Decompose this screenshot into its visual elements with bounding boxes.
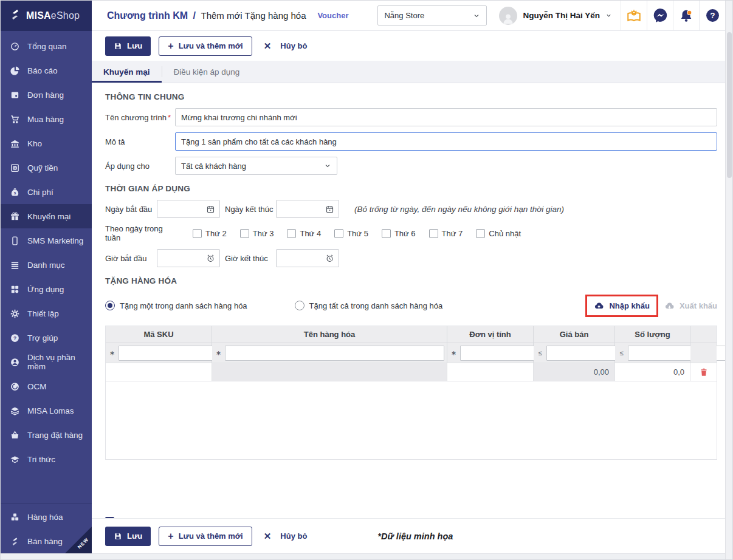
sidebar-item-sms-marketing[interactable]: SMS Marketing: [1, 228, 92, 253]
horizontal-scrollbar[interactable]: [1, 553, 725, 559]
cart-icon: [10, 114, 20, 125]
sidebar-item-bao-cao[interactable]: Báo cáo: [1, 58, 92, 83]
header-icons: ?: [621, 1, 725, 31]
checkbox[interactable]: [287, 229, 296, 238]
notifications-button[interactable]: [673, 1, 699, 31]
dashboard-icon: [10, 41, 20, 52]
weekday-checkbox-thu6[interactable]: Thứ 6: [382, 229, 416, 238]
end-time-input[interactable]: [276, 249, 339, 267]
description-input[interactable]: [175, 132, 717, 151]
weekday-checkbox-thu2[interactable]: Thứ 2: [193, 229, 227, 238]
checkbox[interactable]: [382, 229, 391, 238]
user-menu[interactable]: Nguyễn Thị Hải Yến: [499, 7, 612, 25]
cancel-button-bottom[interactable]: ✕ Hủy bỏ: [260, 527, 311, 546]
checkbox[interactable]: [240, 229, 249, 238]
filter-operator[interactable]: ≤: [618, 349, 625, 357]
sidebar-item-ung-dung[interactable]: Ứng dụng: [1, 277, 92, 301]
sidebar-item-mua-hang[interactable]: Mua hàng: [1, 107, 92, 131]
save-icon: [114, 532, 122, 541]
weekday-checkbox-thu7[interactable]: Thứ 7: [429, 229, 463, 238]
idea-book-button[interactable]: [621, 1, 647, 31]
cell-don-vi-tinh[interactable]: [447, 363, 534, 381]
cell-gia-ban[interactable]: 0,00: [534, 363, 615, 381]
scrollbar-thumb[interactable]: [727, 32, 732, 178]
sidebar-item-khuyen-mai[interactable]: Khuyến mại: [1, 204, 92, 228]
checkbox[interactable]: [334, 229, 343, 238]
cancel-button[interactable]: ✕ Hủy bỏ: [260, 36, 311, 56]
apply-to-select[interactable]: Tất cả khách hàng: [175, 157, 337, 175]
sidebar-item-tri-thuc[interactable]: Tri thức: [1, 447, 92, 471]
cell-ten-hang-hoa[interactable]: [212, 363, 447, 381]
radio-button[interactable]: [295, 301, 305, 310]
misa-s-icon: [10, 536, 20, 547]
save-and-new-button-bottom[interactable]: + Lưu và thêm mới: [159, 527, 252, 546]
sidebar-item-thiet-lap[interactable]: Thiết lập: [1, 301, 92, 326]
weekday-checkbox-thu3[interactable]: Thứ 3: [240, 229, 274, 238]
weekday-checkbox-thu4[interactable]: Thứ 4: [287, 229, 321, 238]
sidebar-item-tong-quan[interactable]: Tổng quan: [1, 34, 92, 58]
sidebar-item-label: Dịch vụ phần mềm: [27, 353, 92, 371]
tab-khuyen-mai[interactable]: Khuyến mại: [92, 61, 162, 83]
trash-icon[interactable]: [699, 367, 709, 377]
app-logo-text: MISAeShop: [26, 10, 80, 21]
sidebar-item-chi-phi[interactable]: $ Chi phí: [1, 180, 92, 204]
description-label: Mô tả: [105, 137, 175, 146]
apps-grid-icon: [10, 284, 20, 295]
checkbox[interactable]: [429, 229, 438, 238]
column-header-ten-hang-hoa[interactable]: Tên hàng hóa: [212, 326, 447, 343]
column-header-ma-sku[interactable]: Mã SKU: [106, 326, 212, 343]
save-button-bottom[interactable]: Lưu: [105, 527, 151, 546]
weekday-checkbox-thu5[interactable]: Thứ 5: [334, 229, 368, 238]
filter-operator[interactable]: ∗: [450, 349, 458, 357]
sidebar-item-kho[interactable]: Kho: [1, 131, 92, 155]
cell-delete[interactable]: [690, 363, 717, 381]
filter-operator[interactable]: ≤: [536, 349, 544, 357]
sidebar-item-label: Thiết lập: [27, 309, 59, 318]
column-header-don-vi-tinh[interactable]: Đơn vị tính: [447, 326, 534, 343]
sidebar-item-tro-giup[interactable]: ? Trợ giúp: [1, 326, 92, 350]
messenger-button[interactable]: [647, 1, 673, 31]
store-select[interactable]: Nẵng Store: [377, 5, 487, 26]
app-logo[interactable]: MISAeShop: [1, 1, 92, 31]
end-date-input[interactable]: [276, 200, 339, 218]
sidebar-item-danh-muc[interactable]: Danh mục: [1, 253, 92, 277]
logo-brand-light: eShop: [51, 10, 80, 21]
column-header-so-luong[interactable]: Số lượng: [615, 326, 690, 343]
sidebar-item-misa-lomas[interactable]: MISA Lomas: [1, 398, 92, 423]
sidebar-item-label: Mua hàng: [27, 115, 64, 124]
radio-gift-all[interactable]: Tặng tất cả trong danh sách hàng hóa: [295, 301, 443, 310]
radio-gift-one[interactable]: Tặng một trong danh sách hàng hóa: [105, 301, 247, 310]
start-time-input[interactable]: [157, 249, 220, 267]
start-date-input[interactable]: [157, 200, 220, 218]
column-header-gia-ban[interactable]: Giá bán: [534, 326, 615, 343]
filter-operator[interactable]: ∗: [215, 349, 222, 357]
sidebar-item-trang-dat-hang[interactable]: Trang đặt hàng: [1, 423, 92, 447]
tab-dieu-kien-ap-dung[interactable]: Điều kiện áp dụng: [162, 61, 252, 83]
sidebar-item-label: OCM: [27, 382, 47, 391]
export-button[interactable]: Xuất khẩu: [664, 301, 717, 311]
help-button[interactable]: ?: [699, 1, 725, 31]
breadcrumb-parent[interactable]: Chương trình KM: [107, 10, 188, 21]
voucher-link[interactable]: Voucher: [317, 11, 348, 20]
table-row[interactable]: 0,00 0,0: [106, 363, 717, 381]
sidebar-item-dich-vu-phan-mem[interactable]: Dịch vụ phần mềm: [1, 350, 92, 374]
sidebar-item-hang-hoa[interactable]: Hàng hóa: [1, 505, 92, 529]
save-and-new-button[interactable]: + Lưu và thêm mới: [159, 36, 252, 56]
sidebar-item-ocm[interactable]: OCM: [1, 374, 92, 398]
cell-ma-sku[interactable]: [106, 363, 212, 381]
sidebar-item-quy-tien[interactable]: Quỹ tiền: [1, 155, 92, 180]
weekday-checkbox-chu-nhat[interactable]: Chủ nhật: [476, 229, 521, 238]
filter-input-so-luong[interactable]: [628, 346, 733, 361]
cell-so-luong[interactable]: 0,0: [615, 363, 690, 381]
checkbox[interactable]: [476, 229, 485, 238]
import-button[interactable]: Nhập khẩu: [594, 301, 649, 311]
svg-text:?: ?: [13, 335, 16, 341]
sidebar-item-don-hang[interactable]: Đơn hàng: [1, 83, 92, 107]
radio-button[interactable]: [105, 301, 115, 310]
checkbox[interactable]: [193, 229, 202, 238]
vertical-scrollbar[interactable]: [725, 1, 732, 559]
save-button[interactable]: Lưu: [105, 36, 151, 56]
program-name-input[interactable]: [175, 108, 717, 126]
filter-input-ten-hang-hoa[interactable]: [225, 346, 444, 361]
filter-operator[interactable]: ∗: [108, 349, 116, 357]
